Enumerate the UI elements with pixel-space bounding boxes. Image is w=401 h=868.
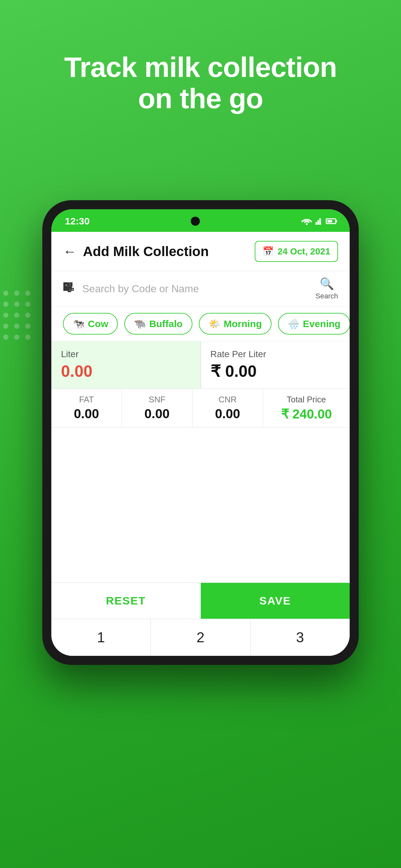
cnr-value: 0.00 [200,407,255,421]
barcode-icon [63,282,76,296]
date-picker-button[interactable]: 📅 24 Oct, 2021 [255,241,338,262]
fat-label: FAT [59,395,114,405]
rate-label: Rate Per Liter [211,349,340,360]
key-2[interactable]: 2 [151,619,250,656]
hero-heading: Track milk collection on the go [38,52,363,114]
morning-label: Morning [224,318,262,330]
rate-display-box: Rate Per Liter ₹ 0.00 [201,341,350,389]
liter-value: 0.00 [61,362,191,381]
svg-point-0 [306,223,308,225]
svg-rect-1 [315,222,317,225]
metrics-section: FAT 0.00 SNF 0.00 CNR 0.00 Total Price ₹… [51,389,350,428]
calendar-icon: 📅 [263,246,274,257]
phone-mockup: 12:30 [42,200,359,665]
filter-row: 🐄 Cow 🐃 Buffalo 🌤️ Morning 🌧️ Evening [51,306,350,341]
liter-input-box[interactable]: Liter 0.00 [51,341,201,389]
svg-rect-15 [64,289,65,290]
action-buttons: RESET SAVE [51,583,350,619]
search-button[interactable]: 🔍 Search [315,277,338,300]
cow-label: Cow [88,318,108,330]
total-label: Total Price [271,395,342,405]
svg-rect-17 [68,288,69,291]
filter-evening[interactable]: 🌧️ Evening [278,313,350,335]
evening-emoji: 🌧️ [288,318,300,330]
wifi-icon [301,217,312,225]
key-3[interactable]: 3 [251,619,350,656]
search-placeholder: Search by Code or Name [82,283,199,295]
signal-icon [315,218,322,225]
total-price-box: Total Price ₹ 240.00 [263,389,350,427]
fat-box: FAT 0.00 [51,389,122,427]
svg-rect-11 [68,287,71,288]
status-time: 12:30 [65,216,90,227]
svg-rect-9 [69,283,71,286]
search-icon: 🔍 [320,277,334,290]
svg-rect-10 [71,283,72,286]
content-area [51,428,350,583]
status-icons [301,217,336,225]
keypad-row: 1 2 3 [51,619,350,656]
cnr-label: CNR [200,395,255,405]
svg-rect-7 [64,285,65,286]
morning-emoji: 🌤️ [209,318,220,330]
selected-date: 24 Oct, 2021 [278,246,330,257]
app-header: ← Add Milk Collection 📅 24 Oct, 2021 [51,232,350,271]
fat-value: 0.00 [59,407,114,421]
filter-cow[interactable]: 🐄 Cow [63,313,118,335]
search-label: Search [315,292,338,300]
liter-label: Liter [61,349,191,360]
save-button[interactable]: SAVE [201,583,350,619]
svg-rect-3 [319,218,321,225]
filter-morning[interactable]: 🌤️ Morning [199,313,272,335]
decorative-dots [3,290,30,340]
evening-label: Evening [303,318,341,330]
svg-rect-14 [66,287,67,288]
search-row: Search by Code or Name 🔍 Search [51,271,350,306]
total-value: ₹ 240.00 [271,407,342,422]
snf-label: SNF [130,395,185,405]
svg-rect-13 [64,287,65,288]
liter-rate-section: Liter 0.00 Rate Per Liter ₹ 0.00 [51,341,350,389]
rate-value: ₹ 0.00 [211,362,340,381]
snf-box: SNF 0.00 [122,389,193,427]
svg-rect-19 [71,288,73,290]
reset-button[interactable]: RESET [51,583,201,619]
buffalo-emoji: 🐃 [134,318,146,330]
buffalo-label: Buffalo [149,318,182,330]
svg-rect-6 [66,283,67,284]
status-bar: 12:30 [51,209,350,232]
battery-icon [326,218,336,224]
snf-value: 0.00 [130,407,185,421]
key-1[interactable]: 1 [51,619,151,656]
page-title: Add Milk Collection [83,244,209,259]
svg-rect-18 [69,288,71,291]
svg-rect-2 [317,220,319,225]
svg-rect-8 [68,283,69,286]
filter-buffalo[interactable]: 🐃 Buffalo [124,313,192,335]
cnr-box: CNR 0.00 [192,389,263,427]
camera-notch [191,217,200,226]
svg-rect-16 [66,289,67,290]
svg-rect-5 [64,283,65,284]
cow-emoji: 🐄 [73,318,85,330]
back-button[interactable]: ← [63,244,76,259]
